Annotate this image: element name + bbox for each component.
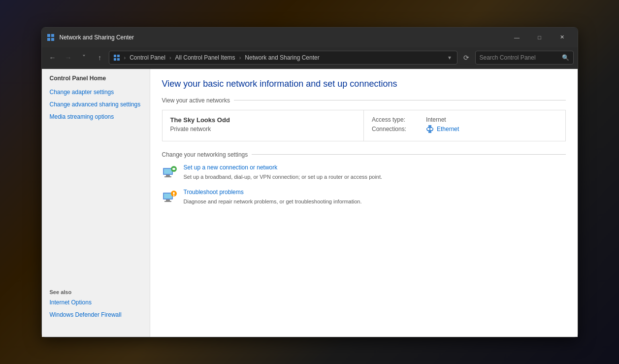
svg-rect-3 [51, 38, 54, 41]
window-title: Network and Sharing Center [60, 34, 506, 41]
sidebar: Control Panel Home Change adapter settin… [42, 69, 150, 337]
sidebar-item-media-streaming[interactable]: Media streaming options [50, 112, 142, 122]
active-networks-header: View your active networks [162, 97, 566, 104]
search-input[interactable] [480, 54, 559, 61]
troubleshoot-item: Troubleshoot problems Diagnose and repai… [162, 189, 566, 205]
settings-header: Change your networking settings [162, 151, 566, 158]
svg-rect-4 [114, 55, 116, 57]
address-all-items[interactable]: All Control Panel Items [175, 54, 235, 61]
sidebar-internet-options[interactable]: Internet Options [50, 298, 142, 307]
navigation-bar: ← → ˅ ↑ › Control Panel › All Control Pa… [42, 47, 578, 69]
new-connection-text: Set up a new connection or network Set u… [184, 164, 383, 181]
svg-rect-16 [164, 169, 172, 174]
network-card: The Sky Looks Odd Private network Access… [162, 110, 566, 141]
svg-point-28 [173, 195, 174, 196]
see-also-label: See also [50, 289, 142, 295]
connections-label: Connections: [372, 126, 426, 132]
sep3: › [239, 55, 241, 61]
address-dropdown-icon[interactable]: ▾ [446, 54, 453, 61]
network-type: Private network [170, 126, 356, 132]
svg-rect-25 [164, 201, 171, 202]
svg-rect-17 [166, 175, 170, 176]
svg-rect-0 [47, 34, 50, 37]
svg-rect-13 [427, 130, 433, 131]
svg-rect-2 [47, 38, 50, 41]
titlebar: Network and Sharing Center — □ ✕ [42, 28, 578, 47]
sep2: › [169, 55, 171, 61]
network-right: Access type: Internet Connections: [364, 110, 565, 141]
svg-rect-6 [114, 58, 116, 61]
ethernet-link[interactable]: Ethernet [426, 125, 459, 133]
svg-rect-11 [429, 128, 430, 130]
access-type-row: Access type: Internet [372, 116, 557, 123]
svg-rect-12 [432, 128, 433, 130]
window-icon [46, 33, 56, 42]
window-controls: — □ ✕ [506, 30, 574, 45]
access-type-label: Access type: [372, 116, 426, 123]
access-type-value: Internet [426, 116, 446, 123]
svg-rect-24 [166, 199, 170, 201]
svg-rect-21 [172, 168, 175, 169]
search-box[interactable]: 🔍 [475, 51, 574, 65]
new-connection-desc: Set up a broadband, dial-up, or VPN conn… [184, 174, 383, 180]
new-connection-link[interactable]: Set up a new connection or network [184, 164, 383, 171]
svg-rect-14 [428, 131, 431, 133]
active-networks-label: View your active networks [162, 97, 230, 104]
ethernet-link-text: Ethernet [437, 126, 459, 132]
address-control-panel[interactable]: Control Panel [130, 54, 165, 61]
connections-row: Connections: [372, 125, 557, 133]
network-name: The Sky Looks Odd [170, 116, 356, 124]
content-area: Control Panel Home Change adapter settin… [42, 69, 578, 337]
sidebar-item-change-adapter[interactable]: Change adapter settings [50, 88, 142, 97]
section-divider [234, 100, 565, 100]
new-connection-item: Set up a new connection or network Set u… [162, 164, 566, 181]
svg-rect-23 [164, 194, 172, 199]
ethernet-icon [426, 125, 434, 133]
maximize-button[interactable]: □ [528, 30, 551, 45]
settings-divider [252, 154, 565, 155]
refresh-button[interactable]: ⟳ [459, 51, 473, 65]
svg-rect-1 [51, 34, 54, 37]
main-window: Network and Sharing Center — □ ✕ ← → ˅ ↑… [41, 27, 578, 337]
sidebar-nav: Control Panel Home Change adapter settin… [50, 75, 142, 125]
new-connection-icon [162, 164, 178, 180]
svg-rect-9 [427, 127, 432, 128]
main-panel: View your basic network information and … [150, 69, 578, 337]
svg-rect-10 [426, 128, 427, 130]
troubleshoot-desc: Diagnose and repair network problems, or… [184, 199, 362, 204]
back-button[interactable]: ← [46, 51, 60, 65]
close-button[interactable]: ✕ [551, 30, 574, 45]
address-bar[interactable]: › Control Panel › All Control Panel Item… [109, 51, 457, 65]
svg-rect-8 [428, 125, 431, 127]
address-icon [113, 54, 120, 61]
sidebar-windows-firewall[interactable]: Windows Defender Firewall [50, 310, 142, 320]
minimize-button[interactable]: — [506, 30, 528, 45]
troubleshoot-text: Troubleshoot problems Diagnose and repai… [184, 189, 362, 205]
sep1: › [124, 55, 126, 61]
settings-section: Set up a new connection or network Set u… [162, 164, 566, 206]
troubleshoot-link[interactable]: Troubleshoot problems [184, 189, 362, 196]
search-icon: 🔍 [562, 54, 569, 61]
sidebar-item-change-advanced[interactable]: Change advanced sharing settings [50, 100, 142, 109]
svg-rect-5 [117, 55, 120, 57]
up-button[interactable]: ↑ [93, 51, 107, 65]
svg-rect-18 [164, 176, 171, 177]
svg-rect-7 [117, 58, 120, 61]
network-left: The Sky Looks Odd Private network [163, 110, 364, 141]
page-title: View your basic network information and … [162, 79, 566, 89]
forward-button[interactable]: → [62, 51, 75, 65]
recent-locations-button[interactable]: ˅ [77, 51, 91, 65]
address-current[interactable]: Network and Sharing Center [245, 54, 319, 61]
sidebar-home-link[interactable]: Control Panel Home [50, 75, 142, 82]
settings-label: Change your networking settings [162, 151, 248, 158]
troubleshoot-icon [162, 189, 178, 204]
svg-rect-27 [173, 192, 174, 195]
sidebar-see-also: See also Internet Options Windows Defend… [50, 289, 142, 323]
